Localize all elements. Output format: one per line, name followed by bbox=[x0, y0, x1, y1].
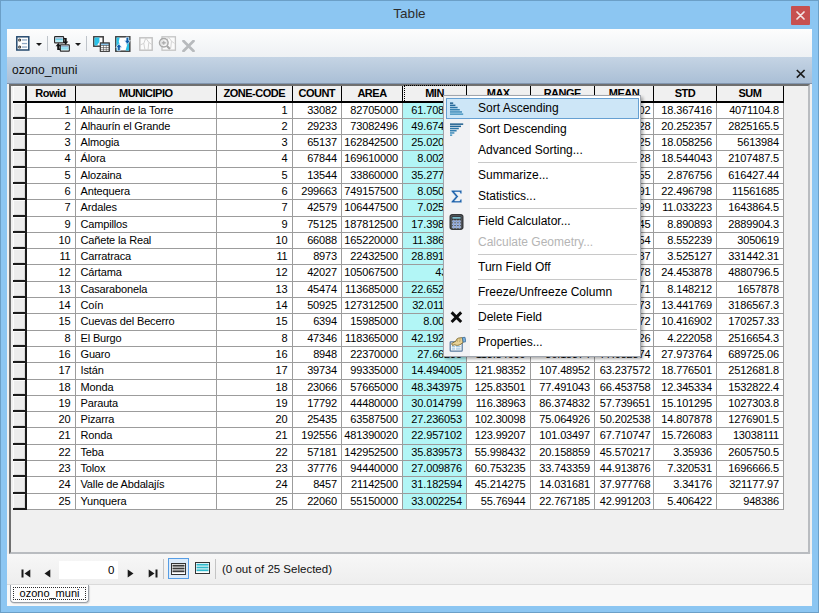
table-cell[interactable]: Ardales bbox=[76, 200, 218, 216]
column-header-count[interactable]: COUNT bbox=[293, 86, 343, 103]
table-cell[interactable]: 105067500 bbox=[342, 265, 403, 281]
menu-item-summarize[interactable]: Summarize... bbox=[446, 165, 640, 186]
table-cell[interactable]: 39734 bbox=[293, 363, 343, 379]
table-cell[interactable]: 57181 bbox=[293, 445, 343, 461]
table-cell[interactable]: 16 bbox=[217, 347, 293, 363]
table-cell[interactable]: 50925 bbox=[293, 298, 343, 314]
table-cell[interactable]: 75.064926 bbox=[531, 412, 596, 428]
table-cell[interactable]: 121.98352 bbox=[467, 363, 531, 379]
table-cell[interactable]: 2605750.5 bbox=[717, 445, 784, 461]
table-cell[interactable]: 27.236053 bbox=[403, 412, 467, 428]
table-cell[interactable]: 20.252357 bbox=[654, 119, 717, 135]
table-cell[interactable]: 23 bbox=[217, 461, 293, 477]
table-cell[interactable]: 45474 bbox=[293, 282, 343, 298]
menu-item-freeze-unfreeze-column[interactable]: Freeze/Unfreeze Column bbox=[446, 282, 640, 303]
table-cell[interactable]: 18 bbox=[217, 380, 293, 396]
row-selector[interactable] bbox=[13, 380, 27, 396]
table-cell[interactable]: 22432500 bbox=[342, 249, 403, 265]
table-cell[interactable]: 10.416902 bbox=[654, 314, 717, 330]
table-cell[interactable]: 6 bbox=[27, 184, 76, 200]
table-cell[interactable]: 22.957102 bbox=[403, 428, 467, 444]
row-selector[interactable] bbox=[13, 184, 27, 200]
table-cell[interactable]: 2107487.5 bbox=[717, 151, 784, 167]
row-selector[interactable] bbox=[13, 412, 27, 428]
table-cell[interactable]: 15 bbox=[27, 314, 76, 330]
table-cell[interactable]: 165220000 bbox=[342, 233, 403, 249]
table-cell[interactable]: 17 bbox=[217, 363, 293, 379]
table-cell[interactable]: 33.743359 bbox=[531, 461, 596, 477]
table-cell[interactable]: 481390020 bbox=[342, 428, 403, 444]
table-cell[interactable]: 67.710747 bbox=[595, 428, 654, 444]
table-cell[interactable]: 3186567.3 bbox=[717, 298, 784, 314]
table-cell[interactable]: Coín bbox=[76, 298, 218, 314]
table-cell[interactable]: 19 bbox=[217, 396, 293, 412]
table-cell[interactable]: 101.03497 bbox=[531, 428, 596, 444]
menu-item-sort-ascending[interactable]: Sort Ascending bbox=[446, 98, 640, 119]
table-cell[interactable]: 29233 bbox=[293, 119, 343, 135]
table-cell[interactable]: 24.453878 bbox=[654, 265, 717, 281]
table-cell[interactable]: 10 bbox=[217, 233, 293, 249]
table-cell[interactable]: 42579 bbox=[293, 200, 343, 216]
table-cell[interactable]: 169610000 bbox=[342, 151, 403, 167]
table-cell[interactable]: El Burgo bbox=[76, 331, 218, 347]
table-cell[interactable]: 33.002254 bbox=[403, 494, 467, 510]
table-cell[interactable]: 57665000 bbox=[342, 380, 403, 396]
row-selector[interactable] bbox=[13, 363, 27, 379]
column-header-sum[interactable]: SUM bbox=[717, 86, 784, 103]
table-cell[interactable]: 142952500 bbox=[342, 445, 403, 461]
row-selector[interactable] bbox=[13, 200, 27, 216]
table-cell[interactable]: 23 bbox=[27, 461, 76, 477]
table-cell[interactable]: 20 bbox=[27, 412, 76, 428]
row-selector[interactable] bbox=[13, 249, 27, 265]
table-cell[interactable]: Cártama bbox=[76, 265, 218, 281]
row-selector[interactable] bbox=[13, 168, 27, 184]
table-cell[interactable]: 192556 bbox=[293, 428, 343, 444]
table-cell[interactable]: 20 bbox=[217, 412, 293, 428]
table-cell[interactable]: 27.009876 bbox=[403, 461, 467, 477]
table-cell[interactable]: 6 bbox=[217, 184, 293, 200]
table-cell[interactable]: 16 bbox=[27, 347, 76, 363]
table-cell[interactable]: 3.35936 bbox=[654, 445, 717, 461]
table-cell[interactable]: 113685000 bbox=[342, 282, 403, 298]
column-header-std[interactable]: STD bbox=[654, 86, 717, 103]
table-cell[interactable]: 5.406422 bbox=[654, 494, 717, 510]
table-cell[interactable]: Cañete la Real bbox=[76, 233, 218, 249]
table-cell[interactable]: Yunquera bbox=[76, 494, 218, 510]
table-cell[interactable]: Alozaina bbox=[76, 168, 218, 184]
table-cell[interactable]: 8 bbox=[27, 331, 76, 347]
table-cell[interactable]: 33860000 bbox=[342, 168, 403, 184]
table-cell[interactable]: 3 bbox=[27, 135, 76, 151]
table-cell[interactable]: 55150000 bbox=[342, 494, 403, 510]
table-cell[interactable]: 118365000 bbox=[342, 331, 403, 347]
table-cell[interactable]: 1027303.8 bbox=[717, 396, 784, 412]
table-cell[interactable]: 127312500 bbox=[342, 298, 403, 314]
table-cell[interactable]: 21142500 bbox=[342, 477, 403, 493]
table-cell[interactable]: 14 bbox=[217, 298, 293, 314]
table-cell[interactable]: 5 bbox=[27, 168, 76, 184]
table-options-dropdown-arrow[interactable] bbox=[36, 43, 42, 46]
table-cell[interactable]: 4880796.5 bbox=[717, 265, 784, 281]
table-cell[interactable]: Álora bbox=[76, 151, 218, 167]
table-cell[interactable]: 57.739651 bbox=[595, 396, 654, 412]
table-cell[interactable]: 13544 bbox=[293, 168, 343, 184]
table-cell[interactable]: 14.494005 bbox=[403, 363, 467, 379]
table-cell[interactable]: 12.345334 bbox=[654, 380, 717, 396]
row-selector[interactable] bbox=[13, 396, 27, 412]
menu-item-delete-field[interactable]: Delete Field bbox=[446, 307, 640, 328]
table-cell[interactable]: 55.76944 bbox=[467, 494, 531, 510]
table-cell[interactable]: 749157500 bbox=[342, 184, 403, 200]
row-selector[interactable] bbox=[13, 265, 27, 281]
row-selector[interactable] bbox=[13, 461, 27, 477]
table-cell[interactable]: 47346 bbox=[293, 331, 343, 347]
related-tables-button[interactable] bbox=[54, 36, 70, 56]
table-cell[interactable]: 116.38963 bbox=[467, 396, 531, 412]
table-cell[interactable]: 2516654.3 bbox=[717, 331, 784, 347]
table-cell[interactable]: 22 bbox=[217, 445, 293, 461]
table-cell[interactable]: 125.83501 bbox=[467, 380, 531, 396]
table-cell[interactable]: 5 bbox=[217, 168, 293, 184]
row-selector[interactable] bbox=[13, 445, 27, 461]
table-cell[interactable]: Parauta bbox=[76, 396, 218, 412]
table-cell[interactable]: 12 bbox=[27, 265, 76, 281]
table-cell[interactable]: 22 bbox=[27, 445, 76, 461]
window-close-button[interactable] bbox=[791, 6, 810, 25]
